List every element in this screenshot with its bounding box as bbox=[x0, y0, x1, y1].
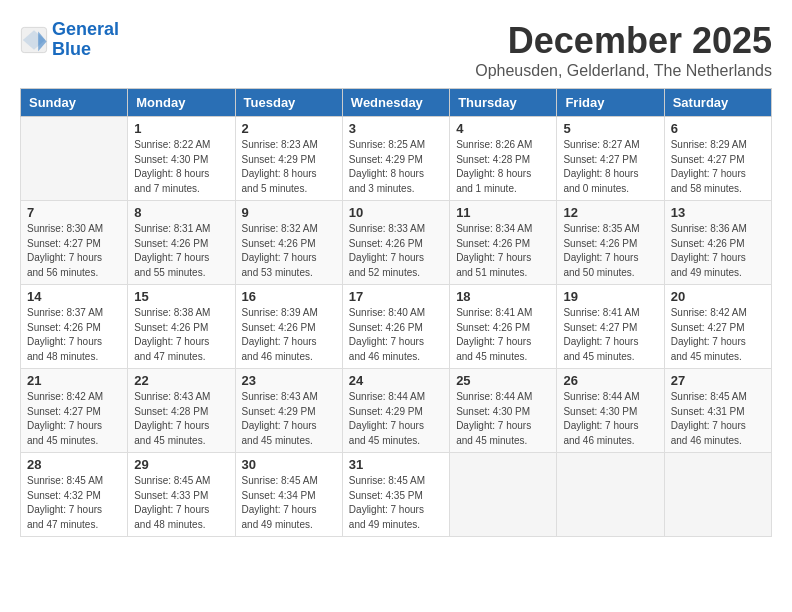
calendar-cell: 4Sunrise: 8:26 AM Sunset: 4:28 PM Daylig… bbox=[450, 117, 557, 201]
day-info: Sunrise: 8:42 AM Sunset: 4:27 PM Dayligh… bbox=[27, 390, 121, 448]
day-number: 20 bbox=[671, 289, 765, 304]
calendar-header-row: SundayMondayTuesdayWednesdayThursdayFrid… bbox=[21, 89, 772, 117]
day-number: 29 bbox=[134, 457, 228, 472]
calendar-cell: 3Sunrise: 8:25 AM Sunset: 4:29 PM Daylig… bbox=[342, 117, 449, 201]
header-friday: Friday bbox=[557, 89, 664, 117]
day-info: Sunrise: 8:45 AM Sunset: 4:33 PM Dayligh… bbox=[134, 474, 228, 532]
calendar-cell bbox=[450, 453, 557, 537]
day-info: Sunrise: 8:35 AM Sunset: 4:26 PM Dayligh… bbox=[563, 222, 657, 280]
calendar-cell: 7Sunrise: 8:30 AM Sunset: 4:27 PM Daylig… bbox=[21, 201, 128, 285]
calendar-cell: 5Sunrise: 8:27 AM Sunset: 4:27 PM Daylig… bbox=[557, 117, 664, 201]
day-number: 18 bbox=[456, 289, 550, 304]
calendar-cell bbox=[664, 453, 771, 537]
calendar-cell: 22Sunrise: 8:43 AM Sunset: 4:28 PM Dayli… bbox=[128, 369, 235, 453]
day-info: Sunrise: 8:44 AM Sunset: 4:30 PM Dayligh… bbox=[563, 390, 657, 448]
day-info: Sunrise: 8:42 AM Sunset: 4:27 PM Dayligh… bbox=[671, 306, 765, 364]
page-header: General Blue December 2025 Opheusden, Ge… bbox=[20, 20, 772, 80]
day-number: 13 bbox=[671, 205, 765, 220]
day-number: 21 bbox=[27, 373, 121, 388]
day-number: 1 bbox=[134, 121, 228, 136]
day-number: 17 bbox=[349, 289, 443, 304]
calendar-cell: 12Sunrise: 8:35 AM Sunset: 4:26 PM Dayli… bbox=[557, 201, 664, 285]
day-number: 14 bbox=[27, 289, 121, 304]
day-number: 7 bbox=[27, 205, 121, 220]
calendar-cell: 27Sunrise: 8:45 AM Sunset: 4:31 PM Dayli… bbox=[664, 369, 771, 453]
day-info: Sunrise: 8:41 AM Sunset: 4:26 PM Dayligh… bbox=[456, 306, 550, 364]
day-info: Sunrise: 8:40 AM Sunset: 4:26 PM Dayligh… bbox=[349, 306, 443, 364]
day-number: 22 bbox=[134, 373, 228, 388]
day-info: Sunrise: 8:23 AM Sunset: 4:29 PM Dayligh… bbox=[242, 138, 336, 196]
calendar-cell: 30Sunrise: 8:45 AM Sunset: 4:34 PM Dayli… bbox=[235, 453, 342, 537]
calendar-cell: 14Sunrise: 8:37 AM Sunset: 4:26 PM Dayli… bbox=[21, 285, 128, 369]
day-info: Sunrise: 8:33 AM Sunset: 4:26 PM Dayligh… bbox=[349, 222, 443, 280]
calendar-cell bbox=[21, 117, 128, 201]
day-info: Sunrise: 8:32 AM Sunset: 4:26 PM Dayligh… bbox=[242, 222, 336, 280]
day-info: Sunrise: 8:29 AM Sunset: 4:27 PM Dayligh… bbox=[671, 138, 765, 196]
logo-icon bbox=[20, 26, 48, 54]
header-wednesday: Wednesday bbox=[342, 89, 449, 117]
calendar-cell bbox=[557, 453, 664, 537]
day-info: Sunrise: 8:45 AM Sunset: 4:35 PM Dayligh… bbox=[349, 474, 443, 532]
calendar-cell: 2Sunrise: 8:23 AM Sunset: 4:29 PM Daylig… bbox=[235, 117, 342, 201]
title-area: December 2025 Opheusden, Gelderland, The… bbox=[475, 20, 772, 80]
calendar-cell: 1Sunrise: 8:22 AM Sunset: 4:30 PM Daylig… bbox=[128, 117, 235, 201]
header-thursday: Thursday bbox=[450, 89, 557, 117]
day-number: 5 bbox=[563, 121, 657, 136]
calendar-cell: 23Sunrise: 8:43 AM Sunset: 4:29 PM Dayli… bbox=[235, 369, 342, 453]
calendar-cell: 19Sunrise: 8:41 AM Sunset: 4:27 PM Dayli… bbox=[557, 285, 664, 369]
day-number: 4 bbox=[456, 121, 550, 136]
day-number: 28 bbox=[27, 457, 121, 472]
day-info: Sunrise: 8:45 AM Sunset: 4:34 PM Dayligh… bbox=[242, 474, 336, 532]
day-info: Sunrise: 8:41 AM Sunset: 4:27 PM Dayligh… bbox=[563, 306, 657, 364]
calendar-cell: 18Sunrise: 8:41 AM Sunset: 4:26 PM Dayli… bbox=[450, 285, 557, 369]
calendar-cell: 15Sunrise: 8:38 AM Sunset: 4:26 PM Dayli… bbox=[128, 285, 235, 369]
day-info: Sunrise: 8:26 AM Sunset: 4:28 PM Dayligh… bbox=[456, 138, 550, 196]
calendar-cell: 11Sunrise: 8:34 AM Sunset: 4:26 PM Dayli… bbox=[450, 201, 557, 285]
calendar-cell: 17Sunrise: 8:40 AM Sunset: 4:26 PM Dayli… bbox=[342, 285, 449, 369]
day-number: 10 bbox=[349, 205, 443, 220]
day-info: Sunrise: 8:30 AM Sunset: 4:27 PM Dayligh… bbox=[27, 222, 121, 280]
calendar-cell: 9Sunrise: 8:32 AM Sunset: 4:26 PM Daylig… bbox=[235, 201, 342, 285]
day-number: 2 bbox=[242, 121, 336, 136]
day-info: Sunrise: 8:39 AM Sunset: 4:26 PM Dayligh… bbox=[242, 306, 336, 364]
calendar-cell: 26Sunrise: 8:44 AM Sunset: 4:30 PM Dayli… bbox=[557, 369, 664, 453]
calendar-cell: 24Sunrise: 8:44 AM Sunset: 4:29 PM Dayli… bbox=[342, 369, 449, 453]
day-info: Sunrise: 8:44 AM Sunset: 4:30 PM Dayligh… bbox=[456, 390, 550, 448]
day-number: 12 bbox=[563, 205, 657, 220]
calendar-cell: 31Sunrise: 8:45 AM Sunset: 4:35 PM Dayli… bbox=[342, 453, 449, 537]
day-number: 19 bbox=[563, 289, 657, 304]
day-info: Sunrise: 8:27 AM Sunset: 4:27 PM Dayligh… bbox=[563, 138, 657, 196]
day-number: 30 bbox=[242, 457, 336, 472]
day-info: Sunrise: 8:37 AM Sunset: 4:26 PM Dayligh… bbox=[27, 306, 121, 364]
day-info: Sunrise: 8:44 AM Sunset: 4:29 PM Dayligh… bbox=[349, 390, 443, 448]
day-info: Sunrise: 8:34 AM Sunset: 4:26 PM Dayligh… bbox=[456, 222, 550, 280]
day-number: 16 bbox=[242, 289, 336, 304]
calendar-cell: 21Sunrise: 8:42 AM Sunset: 4:27 PM Dayli… bbox=[21, 369, 128, 453]
day-number: 26 bbox=[563, 373, 657, 388]
month-title: December 2025 bbox=[475, 20, 772, 62]
header-tuesday: Tuesday bbox=[235, 89, 342, 117]
day-info: Sunrise: 8:43 AM Sunset: 4:28 PM Dayligh… bbox=[134, 390, 228, 448]
calendar-cell: 16Sunrise: 8:39 AM Sunset: 4:26 PM Dayli… bbox=[235, 285, 342, 369]
header-sunday: Sunday bbox=[21, 89, 128, 117]
day-number: 8 bbox=[134, 205, 228, 220]
logo: General Blue bbox=[20, 20, 119, 60]
header-saturday: Saturday bbox=[664, 89, 771, 117]
calendar-cell: 13Sunrise: 8:36 AM Sunset: 4:26 PM Dayli… bbox=[664, 201, 771, 285]
day-number: 24 bbox=[349, 373, 443, 388]
day-number: 25 bbox=[456, 373, 550, 388]
calendar-week-row: 7Sunrise: 8:30 AM Sunset: 4:27 PM Daylig… bbox=[21, 201, 772, 285]
day-info: Sunrise: 8:38 AM Sunset: 4:26 PM Dayligh… bbox=[134, 306, 228, 364]
day-number: 9 bbox=[242, 205, 336, 220]
calendar-table: SundayMondayTuesdayWednesdayThursdayFrid… bbox=[20, 88, 772, 537]
calendar-cell: 8Sunrise: 8:31 AM Sunset: 4:26 PM Daylig… bbox=[128, 201, 235, 285]
calendar-cell: 25Sunrise: 8:44 AM Sunset: 4:30 PM Dayli… bbox=[450, 369, 557, 453]
day-number: 23 bbox=[242, 373, 336, 388]
day-info: Sunrise: 8:43 AM Sunset: 4:29 PM Dayligh… bbox=[242, 390, 336, 448]
calendar-week-row: 28Sunrise: 8:45 AM Sunset: 4:32 PM Dayli… bbox=[21, 453, 772, 537]
calendar-week-row: 14Sunrise: 8:37 AM Sunset: 4:26 PM Dayli… bbox=[21, 285, 772, 369]
location-title: Opheusden, Gelderland, The Netherlands bbox=[475, 62, 772, 80]
day-number: 3 bbox=[349, 121, 443, 136]
day-info: Sunrise: 8:31 AM Sunset: 4:26 PM Dayligh… bbox=[134, 222, 228, 280]
calendar-week-row: 21Sunrise: 8:42 AM Sunset: 4:27 PM Dayli… bbox=[21, 369, 772, 453]
